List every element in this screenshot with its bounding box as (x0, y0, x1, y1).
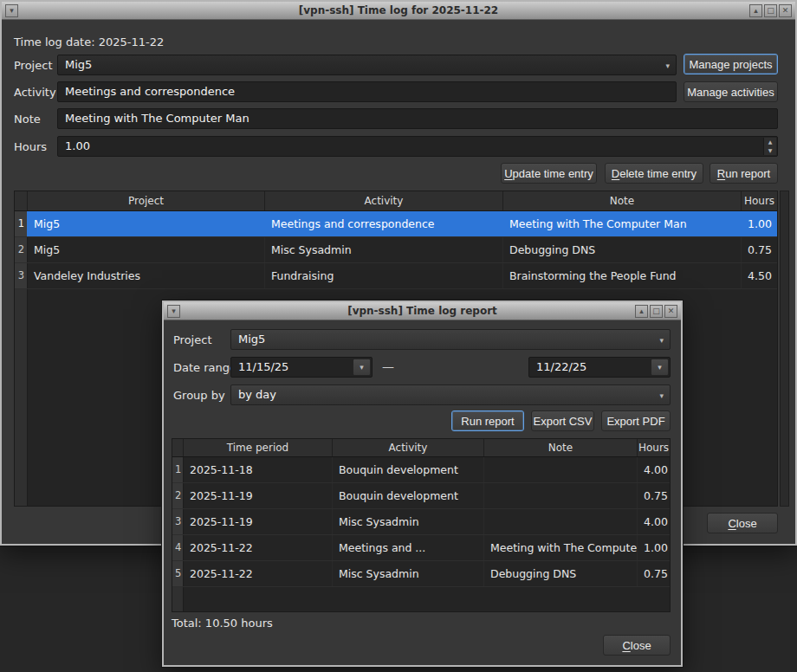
table-row[interactable]: 22025-11-19Bouquin development0.75 (172, 483, 670, 509)
close-button[interactable]: Close (707, 513, 778, 533)
export-pdf-button[interactable]: Export PDF (601, 410, 671, 431)
cell-note (484, 483, 638, 508)
column-header-note[interactable]: Note (503, 191, 742, 210)
table-row[interactable]: 1Mig5Meetings and correspondenceMeeting … (15, 211, 777, 237)
row-number: 5 (172, 561, 184, 586)
column-header-hours[interactable]: Hours (638, 439, 670, 456)
table-row[interactable]: 32025-11-19Misc Sysadmin4.00 (172, 509, 670, 535)
export-csv-button[interactable]: Export CSV (531, 410, 594, 431)
cell-activity: Meetings and ... (333, 535, 484, 560)
spinner-buttons[interactable]: ▲ ▼ (763, 138, 776, 155)
shade-window-icon[interactable]: ▴ (635, 305, 648, 318)
date-from-picker[interactable]: 11/15/25 ▾ (230, 357, 373, 378)
column-header-activity[interactable]: Activity (265, 191, 503, 210)
column-header-project[interactable]: Project (28, 191, 265, 210)
cell-note: Meeting with The Computer... (484, 535, 638, 560)
activity-input[interactable]: Meetings and correspondence (57, 81, 677, 102)
row-number: 4 (172, 535, 184, 560)
report-table[interactable]: Time period Activity Note Hours 12025-11… (172, 438, 671, 612)
report-project-label: Project (173, 333, 211, 346)
project-combobox[interactable]: Mig5 ▾ (57, 55, 677, 75)
dialog-title: [vpn-ssh] Time log report (164, 302, 681, 320)
cell-hours: 4.50 (742, 263, 777, 288)
cell-hours: 1.00 (638, 535, 670, 560)
date-range-label: Date range (173, 361, 237, 374)
window-menu-icon[interactable]: ▾ (5, 4, 18, 17)
manage-activities-button[interactable]: Manage activities (684, 81, 778, 102)
table-row[interactable]: 52025-11-22Misc SysadminDebugging DNS0.7… (172, 561, 670, 587)
note-input[interactable]: Meeting with The Computer Man (57, 108, 778, 129)
cell-project: Mig5 (28, 211, 265, 236)
spin-down-icon[interactable]: ▼ (764, 146, 776, 155)
report-project-combobox[interactable]: Mig5 ▾ (230, 329, 671, 350)
cell-note (484, 509, 638, 534)
activity-label: Activity (14, 86, 56, 99)
note-value: Meeting with The Computer Man (65, 112, 249, 125)
table-row[interactable]: 42025-11-22Meetings and ...Meeting with … (172, 535, 670, 561)
run-report-button[interactable]: Run report (710, 163, 778, 184)
hours-value: 1.00 (65, 139, 90, 152)
cell-activity: Misc Sysadmin (333, 561, 484, 586)
cell-period: 2025-11-18 (184, 457, 333, 482)
dialog-title-bar[interactable]: ▾ [vpn-ssh] Time log report ▴ □ ✕ (164, 302, 681, 320)
activity-value: Meetings and correspondence (65, 85, 235, 98)
window-title: [vpn-ssh] Time log for 2025-11-22 (2, 2, 795, 20)
group-by-label: Group by (173, 389, 225, 402)
date-to-picker[interactable]: 11/22/25 ▾ (528, 357, 671, 378)
shade-window-icon[interactable]: ▴ (749, 4, 762, 17)
delete-time-entry-button[interactable]: Delete time entry (605, 163, 703, 184)
report-run-button[interactable]: Run report (451, 410, 524, 431)
table-row[interactable]: 2Mig5Misc SysadminDebugging DNS0.75 (15, 237, 777, 263)
update-time-entry-button[interactable]: Update time entry (501, 163, 597, 184)
calendar-dropdown-icon[interactable]: ▾ (651, 359, 669, 376)
close-window-icon[interactable]: ✕ (664, 305, 677, 318)
table-row[interactable]: 12025-11-18Bouquin development4.00 (172, 457, 670, 483)
cell-period: 2025-11-19 (184, 509, 333, 534)
chevron-down-icon: ▾ (665, 56, 670, 75)
date-to-value: 11/22/25 (536, 360, 586, 373)
cell-note (484, 457, 638, 482)
date-from-value: 11/15/25 (238, 360, 288, 373)
cell-activity: Misc Sysadmin (265, 237, 503, 262)
row-number: 3 (15, 263, 28, 288)
column-header-activity[interactable]: Activity (333, 439, 484, 456)
maximize-window-icon[interactable]: □ (764, 4, 777, 17)
table-empty-area (172, 587, 670, 611)
group-by-value: by day (238, 388, 276, 401)
maximize-window-icon[interactable]: □ (650, 305, 663, 318)
group-by-combobox[interactable]: by day ▾ (230, 384, 671, 405)
column-header-time-period[interactable]: Time period (184, 439, 333, 456)
cell-note: Meeting with The Computer Man (503, 211, 742, 236)
cell-note: Debugging DNS (484, 561, 638, 586)
cell-period: 2025-11-22 (184, 561, 333, 586)
calendar-dropdown-icon[interactable]: ▾ (353, 359, 371, 376)
table-row[interactable]: 3Vandeley IndustriesFundraisingBrainstor… (15, 263, 777, 289)
cell-hours: 1.00 (742, 211, 777, 236)
table-header[interactable]: Project Activity Note Hours (15, 191, 777, 211)
dialog-close-button[interactable]: Close (603, 635, 671, 656)
window-menu-icon[interactable]: ▾ (167, 305, 180, 318)
column-header-hours[interactable]: Hours (742, 191, 777, 210)
cell-activity: Misc Sysadmin (333, 509, 484, 534)
hours-spinbox[interactable]: 1.00 ▲ ▼ (57, 136, 778, 157)
cell-activity: Bouquin development (333, 457, 484, 482)
vertical-scrollbar[interactable] (780, 191, 789, 507)
row-number: 2 (172, 483, 184, 508)
row-number: 3 (172, 509, 184, 534)
cell-period: 2025-11-19 (184, 483, 333, 508)
row-number: 2 (15, 237, 28, 262)
project-value: Mig5 (65, 58, 92, 71)
column-header-note[interactable]: Note (484, 439, 638, 456)
cell-project: Mig5 (28, 237, 265, 262)
close-window-icon[interactable]: ✕ (779, 4, 792, 17)
hours-label: Hours (14, 140, 47, 153)
cell-period: 2025-11-22 (184, 535, 333, 560)
row-number-header (172, 439, 184, 456)
row-number: 1 (15, 211, 28, 236)
cell-activity: Bouquin development (333, 483, 484, 508)
report-table-header[interactable]: Time period Activity Note Hours (172, 439, 670, 457)
cell-hours: 0.75 (742, 237, 777, 262)
title-bar[interactable]: ▾ [vpn-ssh] Time log for 2025-11-22 ▴ □ … (2, 2, 795, 20)
manage-projects-button[interactable]: Manage projects (684, 54, 778, 74)
spin-up-icon[interactable]: ▲ (764, 138, 776, 146)
